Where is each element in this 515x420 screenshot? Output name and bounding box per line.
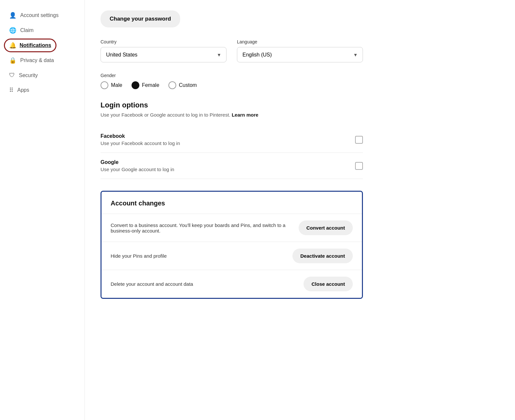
sidebar-item-security[interactable]: 🛡 Security xyxy=(0,68,85,83)
close-account-button[interactable]: Close account xyxy=(304,277,353,291)
facebook-checkbox[interactable] xyxy=(355,136,363,144)
account-change-convert: Convert to a business account. You'll ke… xyxy=(101,214,362,242)
change-password-button[interactable]: Change your password xyxy=(101,10,180,27)
sidebar-item-account-settings[interactable]: 👤 Account settings xyxy=(0,8,85,23)
account-change-close: Delete your account and account data Clo… xyxy=(101,270,362,298)
convert-text: Convert to a business account. You'll ke… xyxy=(111,222,299,234)
sidebar-item-apps[interactable]: ⠿ Apps xyxy=(0,83,85,98)
deactivate-text: Hide your Pins and profile xyxy=(111,253,167,259)
gender-label: Gender xyxy=(101,73,363,78)
gender-female-label: Female xyxy=(142,82,159,88)
notifications-highlight: 🔔 Notifications xyxy=(9,42,51,49)
google-desc: Use your Google account to log in xyxy=(101,167,174,172)
gender-options: Male Female Custom xyxy=(101,81,363,89)
convert-account-button[interactable]: Convert account xyxy=(299,220,353,235)
sidebar-item-privacy-data[interactable]: 🔒 Privacy & data xyxy=(0,53,85,68)
sidebar-item-claim[interactable]: 🌐 Claim xyxy=(0,23,85,38)
google-title: Google xyxy=(101,159,174,165)
login-option-facebook: Facebook Use your Facebook account to lo… xyxy=(101,127,363,153)
country-label: Country xyxy=(101,39,226,44)
country-select-wrapper: United States ▼ xyxy=(101,47,226,62)
person-icon: 👤 xyxy=(9,12,16,19)
login-options-title: Login options xyxy=(101,101,363,109)
main-content: Change your password Country United Stat… xyxy=(85,0,379,420)
deactivate-account-button[interactable]: Deactivate account xyxy=(292,249,353,263)
google-checkbox[interactable] xyxy=(355,162,363,170)
globe-icon: 🌐 xyxy=(9,27,16,34)
sidebar-item-notifications[interactable]: 🔔 Notifications xyxy=(0,38,85,53)
facebook-title: Facebook xyxy=(101,133,180,139)
country-language-row: Country United States ▼ Language English… xyxy=(101,39,363,62)
radio-female-inner xyxy=(133,83,138,88)
language-select-wrapper: English (US) ▼ xyxy=(237,47,363,62)
account-changes-title: Account changes xyxy=(111,200,353,207)
gender-option-female[interactable]: Female xyxy=(132,81,159,89)
bell-icon: 🔔 xyxy=(9,42,16,49)
login-options-desc: Use your Facebook or Google account to l… xyxy=(101,112,363,118)
gender-option-male[interactable]: Male xyxy=(101,81,122,89)
account-change-deactivate: Hide your Pins and profile Deactivate ac… xyxy=(101,242,362,270)
gender-male-label: Male xyxy=(111,82,122,88)
language-select[interactable]: English (US) xyxy=(237,47,363,62)
radio-female[interactable] xyxy=(132,81,139,89)
shield-icon: 🛡 xyxy=(9,72,15,79)
language-group: Language English (US) ▼ xyxy=(237,39,363,62)
login-options-section: Login options Use your Facebook or Googl… xyxy=(101,101,363,179)
gender-option-custom[interactable]: Custom xyxy=(168,81,197,89)
gender-section: Gender Male Female Custom xyxy=(101,73,363,89)
account-changes-header: Account changes xyxy=(101,192,362,214)
sidebar: 👤 Account settings 🌐 Claim 🔔 Notificatio… xyxy=(0,0,85,420)
login-option-google: Google Use your Google account to log in xyxy=(101,153,363,179)
country-group: Country United States ▼ xyxy=(101,39,226,62)
grid-icon: ⠿ xyxy=(9,87,13,94)
radio-male[interactable] xyxy=(101,81,108,89)
lock-icon: 🔒 xyxy=(9,57,16,64)
facebook-desc: Use your Facebook account to log in xyxy=(101,140,180,146)
radio-custom[interactable] xyxy=(168,81,176,89)
account-changes-section: Account changes Convert to a business ac… xyxy=(101,191,363,299)
country-select[interactable]: United States xyxy=(101,47,226,62)
close-text: Delete your account and account data xyxy=(111,281,193,287)
gender-custom-label: Custom xyxy=(179,82,197,88)
learn-more-link[interactable]: Learn more xyxy=(232,112,258,118)
language-label: Language xyxy=(237,39,363,44)
